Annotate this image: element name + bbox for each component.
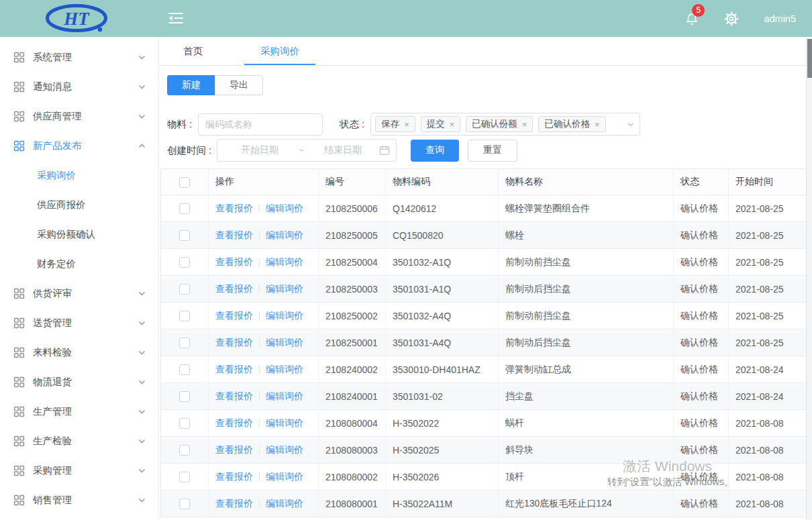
edit-inquiry-link[interactable]: 编辑询价 [266,203,303,213]
edit-inquiry-link[interactable]: 编辑询价 [266,417,303,428]
row-checkbox[interactable] [179,472,190,482]
chevron-down-icon [138,407,146,416]
sidebar-subitem-supplier-quotation[interactable]: 供应商报价 [0,190,158,219]
sidebar-subitem-label: 供应商报价 [37,199,86,211]
tab-home[interactable]: 首页 [174,37,212,65]
sidebar-item-new-product-release[interactable]: 新产品发布 [0,131,158,160]
view-quote-link[interactable]: 查看报价 [215,337,253,348]
status-tag: 已确认份额× [466,116,533,132]
edit-inquiry-link[interactable]: 编辑询价 [266,471,303,482]
sidebar-subitem-finance-pricing[interactable]: 财务定价 [0,249,158,278]
sidebar-item-production-inspection[interactable]: 生产检验 [0,426,158,456]
view-quote-link[interactable]: 查看报价 [215,310,253,321]
view-quote-link[interactable]: 查看报价 [215,203,253,213]
row-start-time: 2021-08-25 [729,329,812,356]
sidebar-item-supplier-management[interactable]: 供应商管理 [0,101,158,131]
column-header: 状态 [674,169,729,195]
chevron-down-icon [138,83,146,91]
row-checkbox[interactable] [179,418,190,429]
view-quote-link[interactable]: 查看报价 [215,364,253,374]
sidebar-item-system-management[interactable]: 系统管理 [0,42,158,72]
sidebar-item-delivery-management[interactable]: 送货管理 [0,308,158,337]
chevron-down-icon [626,120,635,129]
row-checkbox[interactable] [179,499,190,509]
tab-purchase-inquiry[interactable]: 采购询价 [244,37,315,65]
remove-tag-icon[interactable]: × [404,120,409,129]
sidebar-item-notice-messages[interactable]: 通知消息 [0,72,158,101]
view-quote-link[interactable]: 查看报价 [215,471,253,482]
row-status: 确认价格 [674,383,729,410]
notifications-button[interactable]: 5 [684,11,699,27]
edit-inquiry-link[interactable]: 编辑询价 [266,498,303,509]
status-select[interactable]: 保存×提交×已确认份额×已确认价格× [370,113,640,136]
created-time-label: 创建时间 : [167,144,211,157]
view-quote-link[interactable]: 查看报价 [215,256,253,267]
inquiry-table: 操作编号物料编码物料名称状态开始时间 查看报价编辑询价2108250006Q14… [160,168,812,517]
sidebar-item-production-management[interactable]: 生产管理 [0,397,158,426]
row-checkbox[interactable] [179,445,190,456]
column-header: 物料名称 [499,169,674,195]
edit-inquiry-link[interactable]: 编辑询价 [266,337,303,348]
view-quote-link[interactable]: 查看报价 [215,229,253,240]
edit-inquiry-link[interactable]: 编辑询价 [266,256,303,267]
view-quote-link[interactable]: 查看报价 [215,498,253,509]
row-checkbox[interactable] [179,257,190,268]
divider [259,419,260,427]
table-row: 查看报价编辑询价2108080003H-3502025斜导块确认价格2021-0… [161,437,812,464]
username[interactable]: admin5 [764,13,796,24]
row-checkbox[interactable] [179,337,190,348]
select-all-checkbox[interactable] [179,177,190,188]
view-quote-link[interactable]: 查看报价 [215,391,253,401]
row-checkbox[interactable] [179,311,190,321]
export-button[interactable]: 导出 [215,75,263,95]
search-button[interactable]: 查询 [411,140,459,162]
content-area: 新建 导出 物料 : 状态 : 保存×提交×已确认份额×已确认价格× 创建时间 … [160,66,812,517]
row-start-time: 2021-08-08 [729,490,812,517]
chevron-down-icon [138,319,146,327]
row-status: 确认价格 [674,249,729,276]
view-quote-link[interactable]: 查看报价 [215,417,253,428]
row-checkbox[interactable] [179,203,190,214]
settings-button[interactable] [723,11,740,27]
new-button[interactable]: 新建 [167,75,215,95]
tab-label: 采购询价 [260,45,299,58]
material-input[interactable] [198,113,323,136]
remove-tag-icon[interactable]: × [450,120,455,129]
edit-inquiry-link[interactable]: 编辑询价 [266,444,303,455]
divider [259,258,260,266]
sidebar-item-purchase-management[interactable]: 采购管理 [0,456,158,485]
row-checkbox[interactable] [179,230,190,241]
row-checkbox[interactable] [179,391,190,402]
row-no: 2108250005 [319,222,386,249]
table-row: 查看报价编辑询价21082500043501032-A1Q前制动前挡尘盘确认价格… [161,249,812,276]
remove-tag-icon[interactable]: × [595,120,600,129]
edit-inquiry-link[interactable]: 编辑询价 [266,391,303,401]
row-no: 2108250006 [319,195,386,222]
row-checkbox[interactable] [179,364,190,375]
sidebar-subitem-purchase-inquiry[interactable]: 采购询价 [0,160,158,190]
sidebar-item-supply-review[interactable]: 供货评审 [0,278,158,308]
sidebar-item-incoming-inspection[interactable]: 来料检验 [0,337,158,367]
edit-inquiry-link[interactable]: 编辑询价 [266,364,303,374]
vertical-scrollbar[interactable] [806,38,812,520]
reset-button[interactable]: 重置 [468,140,517,162]
view-quote-link[interactable]: 查看报价 [215,444,253,455]
grid-icon [13,406,25,417]
edit-inquiry-link[interactable]: 编辑询价 [266,283,303,294]
remove-tag-icon[interactable]: × [522,120,527,129]
grid-icon [13,81,25,93]
sidebar-collapse-icon[interactable] [168,11,184,25]
sidebar-item-logistics-returns[interactable]: 物流退货 [0,367,158,397]
sidebar-subitem-purchase-share-confirm[interactable]: 采购份额确认 [0,219,158,249]
row-checkbox[interactable] [179,284,190,295]
date-range-picker[interactable]: 开始日期 ~ 结束日期 [217,139,397,162]
table-row: 查看报价编辑询价21082400023530010-DH401HAZ弹簧制动缸总… [161,356,812,383]
chevron-down-icon [138,378,146,386]
view-quote-link[interactable]: 查看报价 [215,283,253,294]
sidebar-item-sales-management[interactable]: 销售管理 [0,485,158,515]
edit-inquiry-link[interactable]: 编辑询价 [266,229,303,240]
table-row: 查看报价编辑询价21082500023501032-A4Q前制动前挡尘盘确认价格… [161,303,812,329]
status-tag: 保存× [375,116,415,132]
scrollbar-thumb[interactable] [807,39,812,78]
edit-inquiry-link[interactable]: 编辑询价 [266,310,303,321]
